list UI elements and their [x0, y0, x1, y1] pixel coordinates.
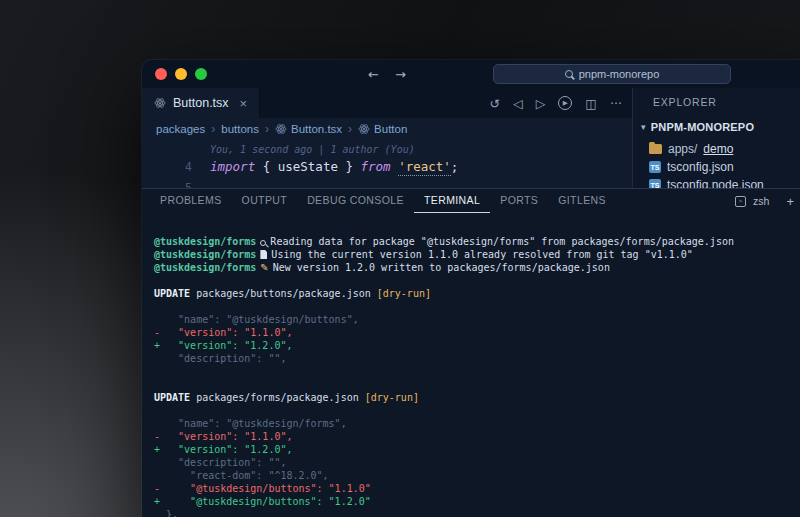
terminal-line: - "version": "1.1.0",	[154, 430, 800, 443]
explorer-item-demo[interactable]: apps/demo	[633, 140, 800, 158]
window-maximize-button[interactable]	[195, 68, 207, 80]
terminal-text: packages/forms/package.json	[190, 392, 365, 403]
terminal-line: "react-dom": "^18.2.0",	[154, 469, 800, 482]
code-token: }	[338, 159, 361, 174]
editor-region: Button.tsx × ↺ ◁ ▷ ▶ ◫ ··· packages›butt…	[142, 88, 800, 188]
explorer-root-folder[interactable]: ▾ PNPM-MONOREPO	[633, 118, 800, 136]
terminal-text: "name": "@tuskdesign/forms",	[154, 418, 347, 429]
back-icon[interactable]: ←	[368, 67, 379, 82]
panel-tab-bar: PROBLEMSOUTPUTDEBUG CONSOLETERMINALPORTS…	[142, 189, 800, 213]
explorer-tree: apps/demoTStsconfig.jsonTStsconfig.node.…	[633, 140, 800, 188]
search-icon	[260, 240, 266, 246]
terminal-text: + "version": "1.2.0",	[154, 444, 292, 455]
chevron-down-icon: ▾	[641, 122, 646, 132]
terminal-line: @tuskdesign/formsUsing the current versi…	[154, 248, 800, 261]
terminal-text: - "version": "1.1.0",	[154, 431, 292, 442]
prev-change-icon[interactable]: ◁	[513, 96, 523, 111]
code-line: import { useState } from 'react';	[210, 159, 458, 174]
code-token: {	[255, 159, 278, 174]
panel-tab-problems[interactable]: PROBLEMS	[150, 189, 232, 213]
terminal-text: [dry-run]	[365, 392, 419, 403]
terminal-line: + "version": "1.2.0",	[154, 443, 800, 456]
terminal-text: "name": "@tuskdesign/buttons",	[154, 314, 359, 325]
shell-prompt-glyph: >	[739, 198, 743, 204]
panel-tab-ports[interactable]: PORTS	[490, 189, 548, 213]
shell-label[interactable]: zsh	[753, 195, 769, 207]
history-nav: ← →	[368, 60, 406, 88]
breadcrumb-item-button[interactable]: Button	[358, 123, 407, 135]
panel-tab-gitlens[interactable]: GITLENS	[548, 189, 616, 213]
terminal-text: UPDATE	[154, 288, 190, 299]
terminal-line: "name": "@tuskdesign/buttons",	[154, 313, 800, 326]
code-token: useState	[278, 159, 338, 174]
new-terminal-icon[interactable]: +	[786, 194, 794, 209]
terminal-text: "react-dom": "^18.2.0",	[154, 470, 329, 481]
breadcrumb-label: buttons	[221, 123, 259, 135]
window-close-button[interactable]	[155, 68, 167, 80]
forward-icon[interactable]: →	[395, 67, 406, 82]
window-minimize-button[interactable]	[175, 68, 187, 80]
editor-column: Button.tsx × ↺ ◁ ▷ ▶ ◫ ··· packages›butt…	[142, 88, 632, 188]
breadcrumb-item-packages[interactable]: packages	[156, 123, 205, 135]
code-token: import	[210, 159, 255, 174]
explorer-item-tsconfig-json[interactable]: TStsconfig.json	[633, 158, 800, 176]
desktop-background: ← → pnpm-monorepo Button.tsx × ↺	[0, 0, 800, 517]
search-label: pnpm-monorepo	[579, 68, 660, 80]
run-glyph: ▶	[563, 99, 568, 107]
terminal-line: - "@tuskdesign/buttons": "1.1.0"	[154, 482, 800, 495]
line-number: 4	[170, 160, 192, 174]
terminal-text: "description": "",	[154, 457, 286, 468]
breadcrumb-separator: ›	[348, 122, 352, 136]
terminal-line: "name": "@tuskdesign/forms",	[154, 417, 800, 430]
terminal-text: Using the current version 1.1.0 already …	[271, 249, 692, 260]
react-icon	[275, 123, 287, 135]
panel-tabs: PROBLEMSOUTPUTDEBUG CONSOLETERMINALPORTS…	[150, 189, 616, 213]
terminal-line	[154, 404, 800, 417]
close-tab-icon[interactable]: ×	[240, 96, 248, 111]
breadcrumb-separator: ›	[211, 122, 215, 136]
panel-tab-output[interactable]: OUTPUT	[232, 189, 298, 213]
command-center-search[interactable]: pnpm-monorepo	[493, 64, 731, 84]
tab-label: Button.tsx	[173, 96, 229, 110]
terminal-text: @tuskdesign/forms	[154, 236, 256, 247]
split-editor-icon[interactable]: ◫	[585, 96, 597, 111]
code-token: 'react'	[398, 159, 451, 176]
panel-tab-debug-console[interactable]: DEBUG CONSOLE	[297, 189, 414, 213]
explorer-item-tsconfig-node-json[interactable]: TStsconfig.node.json	[633, 176, 800, 188]
next-change-icon[interactable]: ▷	[536, 96, 546, 111]
tab-button-tsx[interactable]: Button.tsx ×	[142, 88, 260, 118]
explorer-title: EXPLORER	[653, 96, 800, 108]
item-prefix: apps/	[668, 142, 697, 156]
breadcrumb-item-button-tsx[interactable]: Button.tsx	[275, 123, 342, 135]
typescript-icon: TS	[649, 179, 661, 188]
terminal-text: UPDATE	[154, 392, 190, 403]
item-label: tsconfig.node.json	[667, 178, 764, 188]
terminal-line: + "@tuskdesign/buttons": "1.2.0"	[154, 495, 800, 508]
react-icon	[154, 97, 166, 109]
terminal-line	[154, 365, 800, 378]
code-token: ;	[451, 159, 459, 174]
file-icon	[260, 250, 267, 259]
breadcrumb-label: Button.tsx	[291, 123, 342, 135]
code-token: from	[361, 159, 391, 174]
terminal-line: @tuskdesign/formsReading data for packag…	[154, 235, 800, 248]
folder-icon	[649, 144, 662, 154]
terminal-icon: >	[735, 196, 746, 207]
terminal-controls: > zsh +	[735, 189, 794, 213]
more-actions-icon[interactable]: ···	[610, 96, 622, 111]
breadcrumb-label: Button	[374, 123, 407, 135]
run-icon[interactable]: ▶	[558, 96, 572, 110]
code-editor[interactable]: You, 1 second ago | 1 author (You) 4 imp…	[142, 140, 632, 188]
terminal-text: - "version": "1.1.0",	[154, 327, 292, 338]
editor-tab-bar: Button.tsx × ↺ ◁ ▷ ▶ ◫ ···	[142, 88, 632, 118]
breadcrumb-item-buttons[interactable]: buttons	[221, 123, 259, 135]
breadcrumb-separator: ›	[265, 122, 269, 136]
panel-tab-terminal[interactable]: TERMINAL	[414, 189, 490, 213]
terminal-line	[154, 274, 800, 287]
item-label: tsconfig.json	[667, 160, 734, 174]
vscode-window: ← → pnpm-monorepo Button.tsx × ↺	[142, 60, 800, 517]
timeline-icon[interactable]: ↺	[490, 96, 500, 111]
line-number-next: 5	[170, 181, 192, 188]
terminal-output[interactable]: @tuskdesign/formsReading data for packag…	[142, 213, 800, 517]
titlebar: ← → pnpm-monorepo	[142, 60, 800, 88]
